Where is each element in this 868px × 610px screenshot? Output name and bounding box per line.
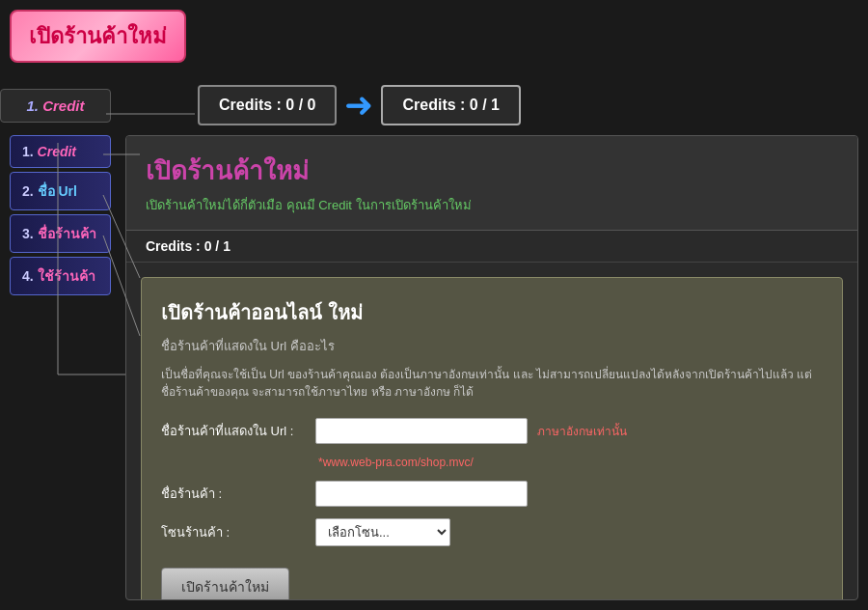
sidebar-item-url[interactable]: 2. ชื่อ Url: [10, 172, 111, 210]
credits-box-1-label: Credits : 0 / 0: [219, 97, 315, 113]
url-input[interactable]: [315, 418, 528, 444]
banner-text: เปิดร้านค้าใหม่: [29, 24, 167, 48]
main-subtitle-text: เปิดร้านค้าใหม่ได้กี่ตัวเมือ คุณมี Credi…: [146, 198, 472, 212]
sidebar-step-3-label: ชื่อร้านค้า: [38, 226, 96, 241]
sidebar-step-2-label: ชื่อ Url: [38, 183, 77, 199]
form-subtitle: ชื่อร้านค้าที่แสดงใน Url คืออะไร: [161, 336, 823, 356]
sidebar-item-credit[interactable]: 1. Credit: [10, 135, 111, 168]
credit-label: 1. Credit: [0, 89, 111, 123]
sidebar-step-1-label: Credit: [38, 144, 76, 159]
sidebar-item-use[interactable]: 4. ใช้ร้านค้า: [10, 257, 111, 295]
top-banner: เปิดร้านค้าใหม่: [10, 10, 186, 63]
credits-box-2-label: Credits : 0 / 1: [402, 97, 499, 113]
shop-name-row: ชื่อร้านค้า :: [161, 481, 823, 507]
shop-name-input[interactable]: [315, 481, 528, 507]
zone-row: โซนร้านค้า : เลือกโซน...: [161, 518, 823, 546]
form-desc: เป็นชื่อที่คุณจะใช้เป็น Url ของร้านค้าคุ…: [161, 366, 823, 401]
zone-label: โซนร้านค้า :: [161, 522, 315, 542]
sidebar-step-4-label: ใช้ร้านค้า: [38, 268, 95, 284]
sidebar-step-3-num: 3.: [22, 226, 34, 241]
credit-step-number: 1.: [26, 97, 39, 114]
url-field-row: ชื่อร้านค้าที่แสดงใน Url : ภาษาอังกษเท่า…: [161, 418, 823, 444]
url-label: ชื่อร้านค้าที่แสดงใน Url :: [161, 421, 315, 441]
url-hint: ภาษาอังกษเท่านั้น: [537, 422, 627, 440]
form-area: เปิดร้านค้าออนไลน์ ใหม่ ชื่อร้านค้าที่แส…: [141, 277, 843, 600]
submit-row: เปิดร้านค้าใหม่: [161, 558, 823, 600]
shop-name-label: ชื่อร้านค้า :: [161, 484, 315, 504]
main-subtitle: เปิดร้านค้าใหม่ได้กี่ตัวเมือ คุณมี Credi…: [146, 195, 838, 215]
zone-select[interactable]: เลือกโซน...: [315, 518, 450, 546]
credits-box-1: Credits : 0 / 0: [198, 85, 337, 125]
main-title: เปิดร้านค้าใหม่: [146, 151, 838, 190]
submit-button[interactable]: เปิดร้านค้าใหม่: [161, 568, 289, 600]
main-credits-value: Credits : 0 / 1: [146, 238, 231, 254]
credits-row: 1. Credit Credits : 0 / 0 ➜ Credits : 0 …: [0, 85, 521, 125]
arrow-icon: ➜: [344, 88, 373, 123]
sidebar: 1. Credit 2. ชื่อ Url 3. ชื่อร้านค้า 4. …: [10, 135, 111, 295]
credit-label-text: Credit: [42, 97, 84, 114]
sidebar-step-4-num: 4.: [22, 268, 34, 284]
credits-box-2: Credits : 0 / 1: [381, 85, 520, 125]
url-example: *www.web-pra.com/shop.mvc/: [318, 456, 823, 469]
main-credits-display: Credits : 0 / 1: [126, 231, 857, 263]
main-content: เปิดร้านค้าใหม่ เปิดร้านค้าใหม่ได้กี่ตัว…: [125, 135, 858, 600]
sidebar-step-2-num: 2.: [22, 183, 34, 199]
sidebar-step-1-num: 1.: [22, 144, 34, 159]
form-title: เปิดร้านค้าออนไลน์ ใหม่: [161, 297, 823, 328]
sidebar-item-shop[interactable]: 3. ชื่อร้านค้า: [10, 214, 111, 253]
main-header: เปิดร้านค้าใหม่ เปิดร้านค้าใหม่ได้กี่ตัว…: [126, 136, 857, 231]
